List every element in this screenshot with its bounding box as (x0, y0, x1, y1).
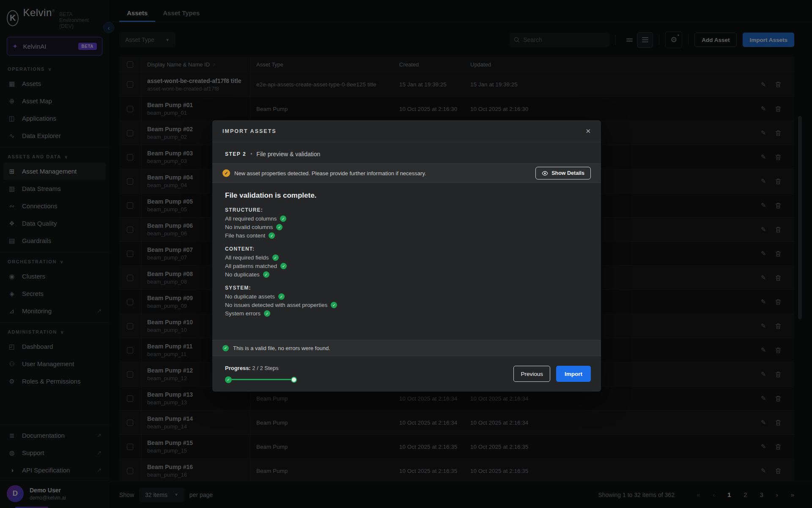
validation-item: No duplicates ✓ (225, 271, 588, 278)
validation-item-label: All required columns (225, 215, 277, 222)
check-icon: ✓ (222, 345, 229, 351)
step-indicator: STEP 2 • File preview & validation (212, 142, 601, 163)
success-text: This is a valid file, no errors were fou… (233, 345, 330, 351)
validation-item-label: No duplicate assets (225, 293, 275, 300)
modal-title: IMPORT ASSETS (222, 128, 277, 134)
progress-stepper: ✓ (225, 376, 297, 383)
check-icon: ✓ (263, 271, 269, 278)
progress-label-bold: Progress: (225, 365, 251, 371)
step-2-current-dot[interactable] (291, 377, 297, 383)
modal-actions: Previous Import (513, 366, 591, 382)
step-separator: • (250, 151, 252, 157)
success-banner: ✓ This is a valid file, no errors were f… (212, 340, 601, 356)
progress-track (232, 379, 291, 380)
validation-item: All required fields ✓ (225, 254, 588, 261)
check-icon: ✓ (280, 263, 287, 269)
close-icon[interactable]: ✕ (585, 127, 591, 135)
import-button[interactable]: Import (556, 366, 591, 382)
validation-item-label: No invalid columns (225, 224, 273, 230)
check-icon: ✓ (272, 254, 279, 261)
check-icon: ✓ (331, 302, 337, 308)
progress-value: 2 / 2 Steps (252, 365, 278, 371)
validation-group-label: SYSTEM: (225, 285, 588, 291)
check-icon: ✓ (264, 310, 270, 317)
validation-item-label: All required fields (225, 254, 269, 261)
warning-banner: ✓ New asset properties detected. Please … (212, 163, 601, 183)
validation-item-label: No issues detected with asset properties (225, 302, 327, 308)
validation-group-structure: STRUCTURE: All required columns ✓ No inv… (225, 207, 588, 239)
validation-item: System errors ✓ (225, 310, 588, 317)
show-details-button[interactable]: Show Details (535, 167, 591, 179)
validation-item: No duplicate assets ✓ (225, 293, 588, 300)
validation-item-label: All patterns matched (225, 263, 277, 269)
validation-item-label: No duplicates (225, 271, 260, 278)
previous-button[interactable]: Previous (513, 366, 550, 382)
validation-item: File has content ✓ (225, 232, 588, 239)
progress-section: Progress: 2 / 2 Steps ✓ (225, 365, 297, 383)
validation-item: No invalid columns ✓ (225, 224, 588, 230)
validation-item: No issues detected with asset properties… (225, 302, 588, 308)
step-description: File preview & validation (256, 151, 320, 157)
warning-badge-icon: ✓ (222, 169, 230, 177)
modal-body: STEP 2 • File preview & validation ✓ New… (212, 142, 601, 392)
validation-group-label: CONTENT: (225, 246, 588, 252)
validation-group-content: CONTENT: All required fields ✓ All patte… (225, 246, 588, 278)
check-icon: ✓ (278, 293, 285, 300)
validation-heading: File validation is complete. (225, 191, 588, 200)
validation-group-label: STRUCTURE: (225, 207, 588, 213)
step-1-done-icon: ✓ (225, 376, 232, 383)
validation-item: All required columns ✓ (225, 215, 588, 222)
validation-item-label: System errors (225, 310, 261, 317)
progress-label: Progress: 2 / 2 Steps (225, 365, 297, 371)
show-details-label: Show Details (551, 170, 584, 176)
validation-item: All patterns matched ✓ (225, 263, 588, 269)
import-assets-modal: IMPORT ASSETS ✕ STEP 2 • File preview & … (212, 120, 601, 392)
step-label: STEP 2 (225, 151, 246, 157)
eye-icon (542, 171, 548, 176)
modal-header: IMPORT ASSETS ✕ (212, 120, 601, 142)
validation-item-label: File has content (225, 232, 265, 239)
check-icon: ✓ (269, 232, 275, 239)
validation-groups: STRUCTURE: All required columns ✓ No inv… (225, 207, 588, 317)
validation-results: File validation is complete. STRUCTURE: … (212, 183, 601, 340)
check-icon: ✓ (276, 224, 283, 230)
validation-group-system: SYSTEM: No duplicate assets ✓ No issues … (225, 285, 588, 317)
modal-footer: Progress: 2 / 2 Steps ✓ Previous Import (212, 356, 601, 392)
warning-text: New asset properties detected. Please pr… (234, 170, 426, 177)
check-icon: ✓ (280, 215, 286, 222)
